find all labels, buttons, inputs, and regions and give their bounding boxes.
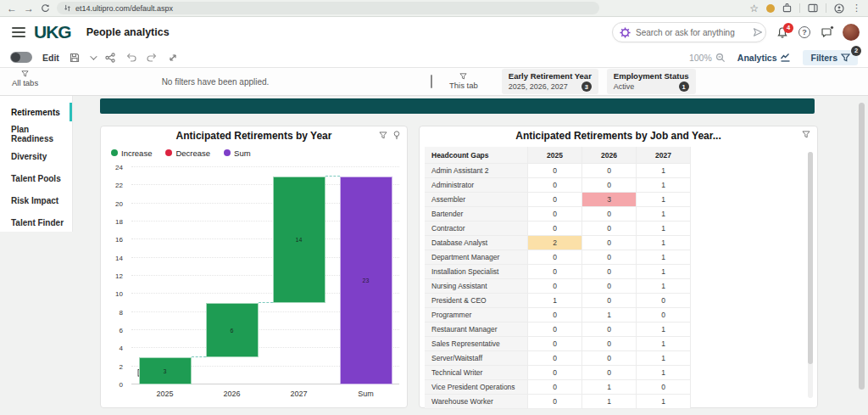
chart-bar-2026[interactable]: 6	[206, 303, 259, 357]
value-cell[interactable]: 1	[637, 351, 691, 366]
analytics-button[interactable]: Analytics	[737, 53, 792, 63]
job-cell[interactable]: Sales Representative	[425, 337, 528, 351]
sidebar-item-plan-readiness[interactable]: Plan Readiness	[0, 123, 72, 145]
feedback-button[interactable]	[821, 27, 832, 38]
extension-dot-icon[interactable]	[766, 4, 775, 13]
job-cell[interactable]: Server/Waitstaff	[425, 351, 528, 366]
sidebar-item-talent-finder[interactable]: Talent Finder	[0, 211, 72, 233]
column-header-2025[interactable]: 2025	[528, 147, 582, 164]
value-cell[interactable]: 3	[582, 193, 637, 207]
job-cell[interactable]: Warehouse Worker	[425, 395, 528, 409]
side-panel-icon[interactable]	[808, 3, 818, 13]
job-cell[interactable]: Assembler	[425, 193, 528, 207]
value-cell[interactable]: 1	[637, 337, 691, 351]
all-tabs-section[interactable]: All tabs	[12, 70, 38, 87]
value-cell[interactable]: 0	[582, 265, 637, 279]
job-cell[interactable]: Database Analyst	[425, 236, 528, 250]
browser-menu-icon[interactable]: ⋮	[852, 3, 861, 14]
job-cell[interactable]: Installation Specialist	[425, 265, 528, 279]
url-bar[interactable]: et14.ultipro.com/default.aspx	[57, 2, 599, 14]
value-cell[interactable]: 0	[582, 236, 637, 250]
undo-icon[interactable]	[125, 53, 136, 62]
value-cell[interactable]: 0	[528, 308, 582, 322]
redo-icon[interactable]	[147, 53, 158, 62]
splitter-handle[interactable]	[431, 75, 432, 88]
value-cell[interactable]: 0	[528, 322, 582, 337]
value-cell[interactable]: 0	[528, 193, 582, 207]
value-cell[interactable]: 0	[582, 337, 637, 351]
browser-reload-icon[interactable]	[41, 3, 50, 13]
job-cell[interactable]: President & CEO	[425, 294, 528, 308]
value-cell[interactable]: 1	[637, 222, 691, 236]
value-cell[interactable]: 0	[528, 250, 582, 265]
job-cell[interactable]: Admin Assistant 2	[425, 164, 528, 178]
job-cell[interactable]: Bartender	[425, 207, 528, 222]
job-cell[interactable]: Programmer	[425, 308, 528, 322]
value-cell[interactable]: 0	[528, 265, 582, 279]
value-cell[interactable]: 0	[528, 395, 582, 409]
browser-forward-icon[interactable]: →	[24, 3, 34, 14]
value-cell[interactable]: 0	[582, 207, 637, 222]
column-header-headcount-gaps[interactable]: Headcount Gaps	[425, 147, 528, 164]
page-scrollbar[interactable]	[859, 103, 865, 408]
value-cell[interactable]: 1	[637, 366, 691, 380]
site-info-icon[interactable]	[64, 4, 71, 12]
edit-toggle[interactable]	[10, 52, 32, 63]
value-cell[interactable]: 0	[582, 351, 637, 366]
value-cell[interactable]: 0	[637, 308, 691, 322]
filter-chip-early-retirement-year[interactable]: Early Retirement Year 2025, 2026, 2027 3	[502, 69, 598, 94]
sidebar-item-retirements[interactable]: Retirements	[0, 101, 72, 123]
job-cell[interactable]: Technical Writer	[425, 366, 528, 380]
value-cell[interactable]: 1	[637, 279, 691, 294]
value-cell[interactable]: 0	[637, 380, 691, 395]
value-cell[interactable]: 0	[582, 322, 637, 337]
value-cell[interactable]: 1	[528, 294, 582, 308]
value-cell[interactable]: 0	[528, 222, 582, 236]
chart-filter-icon[interactable]	[379, 132, 387, 139]
search-input[interactable]	[636, 28, 748, 37]
value-cell[interactable]: 1	[582, 380, 637, 395]
value-cell[interactable]: 0	[582, 366, 637, 380]
notifications-button[interactable]: 4	[776, 26, 788, 39]
sidebar-item-diversity[interactable]: Diversity	[0, 145, 72, 167]
help-icon[interactable]: ?	[798, 26, 810, 38]
user-avatar[interactable]	[843, 24, 860, 41]
zoom-control[interactable]: 100%	[689, 53, 726, 63]
value-cell[interactable]: 1	[637, 193, 691, 207]
value-cell[interactable]: 0	[582, 164, 637, 178]
extensions-icon[interactable]	[782, 3, 792, 13]
value-cell[interactable]: 0	[582, 279, 637, 294]
job-cell[interactable]: Department Manager	[425, 250, 528, 265]
value-cell[interactable]: 0	[528, 337, 582, 351]
fullscreen-icon[interactable]	[168, 53, 178, 63]
value-cell[interactable]: 1	[582, 395, 637, 409]
value-cell[interactable]: 0	[582, 178, 637, 193]
value-cell[interactable]: 0	[528, 164, 582, 178]
column-header-2026[interactable]: 2026	[582, 147, 637, 164]
job-cell[interactable]: Vice President Operations	[425, 380, 528, 395]
chevron-down-icon[interactable]	[90, 53, 97, 59]
value-cell[interactable]: 1	[637, 265, 691, 279]
save-icon[interactable]	[70, 53, 80, 63]
table-scrollbar[interactable]	[808, 152, 813, 398]
this-tab-section[interactable]: This tab	[449, 73, 478, 90]
chart-bar-2025[interactable]: 3	[139, 357, 192, 384]
value-cell[interactable]: 2	[528, 236, 582, 250]
value-cell[interactable]: 0	[528, 380, 582, 395]
value-cell[interactable]: 0	[528, 366, 582, 380]
share-icon[interactable]	[105, 53, 115, 63]
value-cell[interactable]: 1	[637, 395, 691, 409]
browser-profile-icon[interactable]	[834, 3, 844, 14]
value-cell[interactable]: 1	[637, 164, 691, 178]
ukg-logo[interactable]: UKG	[34, 22, 71, 42]
value-cell[interactable]: 0	[528, 279, 582, 294]
value-cell[interactable]: 0	[528, 178, 582, 193]
value-cell[interactable]: 1	[637, 322, 691, 337]
menu-icon[interactable]	[12, 27, 25, 37]
filter-chip-employment-status[interactable]: Employment Status Active 1	[607, 69, 696, 94]
value-cell[interactable]: 0	[582, 222, 637, 236]
table-filter-icon[interactable]	[802, 131, 810, 138]
browser-back-icon[interactable]: ←	[7, 3, 17, 14]
insights-bulb-icon[interactable]	[393, 131, 400, 140]
sidebar-item-risk-impact[interactable]: Risk Impact	[0, 189, 72, 211]
